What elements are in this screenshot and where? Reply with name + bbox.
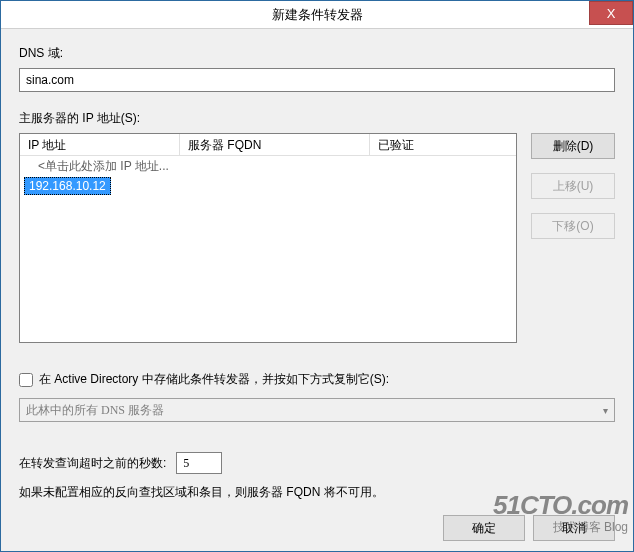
- col-fqdn[interactable]: 服务器 FQDN: [180, 134, 370, 155]
- col-verified[interactable]: 已验证: [370, 134, 516, 155]
- move-up-button[interactable]: 上移(U): [531, 173, 615, 199]
- chevron-down-icon: ▾: [603, 405, 608, 416]
- window-title: 新建条件转发器: [1, 6, 633, 24]
- table-header: IP 地址 服务器 FQDN 已验证: [20, 134, 516, 156]
- delete-button[interactable]: 删除(D): [531, 133, 615, 159]
- timeout-row: 在转发查询超时之前的秒数:: [19, 452, 615, 474]
- timeout-input[interactable]: [176, 452, 222, 474]
- servers-row: IP 地址 服务器 FQDN 已验证 <单击此处添加 IP 地址... 192.…: [19, 133, 615, 343]
- timeout-label: 在转发查询超时之前的秒数:: [19, 455, 166, 472]
- warning-text: 如果未配置相应的反向查找区域和条目，则服务器 FQDN 将不可用。: [19, 484, 615, 501]
- dialog-content: DNS 域: 主服务器的 IP 地址(S): IP 地址 服务器 FQDN 已验…: [1, 29, 633, 551]
- dialog-footer: 确定 取消: [19, 515, 615, 541]
- add-ip-hint-row[interactable]: <单击此处添加 IP 地址...: [20, 156, 516, 176]
- store-ad-label: 在 Active Directory 中存储此条件转发器，并按如下方式复制它(S…: [39, 371, 389, 388]
- master-servers-label: 主服务器的 IP 地址(S):: [19, 110, 615, 127]
- col-ip[interactable]: IP 地址: [20, 134, 180, 155]
- dialog-window: 新建条件转发器 X DNS 域: 主服务器的 IP 地址(S): IP 地址 服…: [0, 0, 634, 552]
- ok-button[interactable]: 确定: [443, 515, 525, 541]
- servers-table[interactable]: IP 地址 服务器 FQDN 已验证 <单击此处添加 IP 地址... 192.…: [19, 133, 517, 343]
- dns-domain-label: DNS 域:: [19, 45, 615, 62]
- close-button[interactable]: X: [589, 1, 633, 25]
- store-ad-checkbox[interactable]: [19, 373, 33, 387]
- replication-combo[interactable]: 此林中的所有 DNS 服务器 ▾: [19, 398, 615, 422]
- dns-domain-input[interactable]: [19, 68, 615, 92]
- titlebar: 新建条件转发器 X: [1, 1, 633, 29]
- add-ip-hint-text: <单击此处添加 IP 地址...: [38, 158, 169, 175]
- move-down-button[interactable]: 下移(O): [531, 213, 615, 239]
- store-ad-row: 在 Active Directory 中存储此条件转发器，并按如下方式复制它(S…: [19, 371, 615, 388]
- cancel-button[interactable]: 取消: [533, 515, 615, 541]
- ip-cell-selected[interactable]: 192.168.10.12: [24, 177, 111, 195]
- table-row[interactable]: 192.168.10.12: [20, 176, 516, 196]
- replication-combo-value: 此林中的所有 DNS 服务器: [26, 402, 164, 419]
- table-body: <单击此处添加 IP 地址... 192.168.10.12: [20, 156, 516, 196]
- side-buttons: 删除(D) 上移(U) 下移(O): [531, 133, 615, 343]
